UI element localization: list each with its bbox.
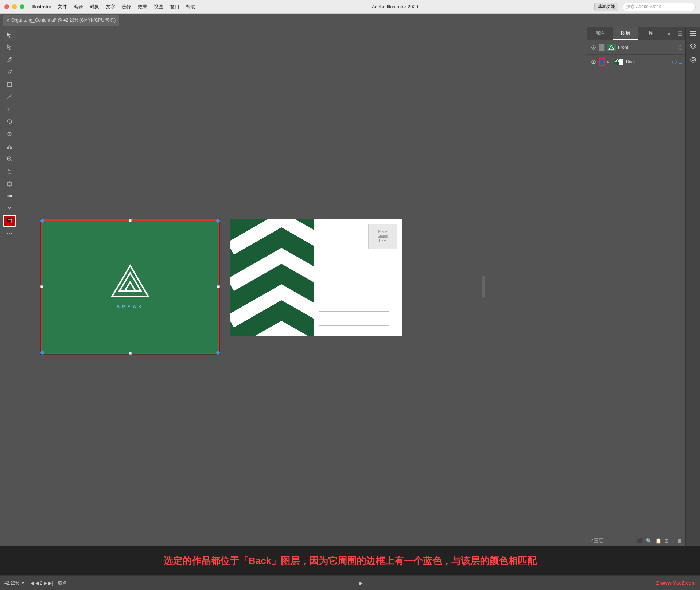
address-line-4 xyxy=(319,325,389,326)
text-tool[interactable]: T xyxy=(3,103,16,115)
artboard-front-content: APEAK xyxy=(42,221,218,353)
menu-view[interactable]: 视图 xyxy=(154,4,163,10)
tab-properties[interactable]: 属性 xyxy=(587,27,613,40)
nav-prev-icon[interactable]: ◀ xyxy=(35,581,39,586)
svg-line-8 xyxy=(8,145,9,147)
pen-tool[interactable] xyxy=(3,54,16,66)
stock-search[interactable]: 搜索 Adobe Stock xyxy=(623,3,696,11)
zoom-dropdown-icon[interactable]: ▼ xyxy=(21,581,25,586)
svg-rect-21 xyxy=(7,218,11,222)
document-tab[interactable]: × Organizing_Content.ai* @ 42.23% (CMYK/… xyxy=(3,15,119,26)
layers-list: Front ▶ Back xyxy=(587,40,685,69)
title-bar-right: 基本功能 搜索 Adobe Stock xyxy=(594,3,696,11)
maximize-button[interactable] xyxy=(20,4,24,9)
menu-file[interactable]: 文件 xyxy=(58,4,67,10)
canvas-area: APEAK xyxy=(19,27,587,546)
macz-logo: Z www.MacZ.com xyxy=(656,580,696,586)
zoom-value: 42.23% xyxy=(4,581,19,586)
panel-menu-icon[interactable]: ☰ xyxy=(674,30,685,37)
svg-text:?: ? xyxy=(8,206,11,211)
hand-tool[interactable] xyxy=(3,165,16,177)
zoom-control[interactable]: 42.23% ▼ xyxy=(4,581,25,586)
direct-selection-tool[interactable] xyxy=(3,42,16,53)
layer-count-label: 2图层 xyxy=(590,538,603,544)
svg-point-38 xyxy=(692,59,694,61)
app-title: Adobe Illustrator 2020 xyxy=(198,4,591,9)
artboard-back-left xyxy=(230,219,314,336)
title-bar: Illustrator 文件 编辑 对象 文字 选择 效果 视图 窗口 帮助 A… xyxy=(0,0,700,14)
scissors-tool[interactable] xyxy=(3,141,16,152)
svg-point-37 xyxy=(691,57,696,62)
tab-layers[interactable]: 图层 xyxy=(613,27,638,40)
fill-indicator[interactable] xyxy=(3,215,16,227)
scrollbar[interactable] xyxy=(482,276,485,298)
tab-close[interactable]: × xyxy=(7,18,9,23)
menu-illustrator[interactable]: Illustrator xyxy=(32,4,51,9)
delete-layer-icon[interactable]: 🗑 xyxy=(677,538,682,544)
layer-visibility-front[interactable] xyxy=(590,44,597,51)
gradient-tool[interactable] xyxy=(3,190,16,202)
menu-select[interactable]: 选择 xyxy=(122,4,131,10)
locate-object-icon[interactable]: 🔍 xyxy=(646,538,652,544)
page-number: 2 xyxy=(40,581,43,586)
status-action: 选择 xyxy=(58,580,66,586)
layer-item-front[interactable]: Front xyxy=(587,40,685,55)
traffic-lights xyxy=(4,4,24,9)
layers-panel-icon[interactable] xyxy=(689,43,697,52)
zoom-tool[interactable] xyxy=(3,153,16,165)
more-tools[interactable]: ⋯ xyxy=(3,227,16,239)
close-button[interactable] xyxy=(4,4,9,9)
address-lines xyxy=(319,249,397,332)
nav-last-icon[interactable]: ▶| xyxy=(48,581,53,586)
layer-expand-arrow[interactable]: ▶ xyxy=(607,60,613,64)
workspace-button[interactable]: 基本功能 xyxy=(594,3,618,11)
apeak-logo: APEAK xyxy=(108,264,152,309)
page-navigation[interactable]: |◀ ◀ 2 ▶ ▶| xyxy=(30,581,53,586)
chevron-pattern-svg xyxy=(230,219,314,336)
minimize-button[interactable] xyxy=(12,4,17,9)
artboard-tool[interactable] xyxy=(3,178,16,189)
artboard-front[interactable]: APEAK xyxy=(41,219,219,354)
menu-object[interactable]: 对象 xyxy=(90,4,99,10)
rectangle-tool[interactable] xyxy=(3,79,16,90)
line-tool[interactable] xyxy=(3,91,16,103)
svg-rect-1 xyxy=(7,83,12,86)
layer-name-back: Back xyxy=(626,59,670,65)
nav-first-icon[interactable]: |◀ xyxy=(30,581,34,586)
rotate-tool[interactable] xyxy=(3,116,16,128)
menu-help[interactable]: 帮助 xyxy=(186,4,195,10)
nav-next-icon[interactable]: ▶ xyxy=(44,581,47,586)
layer-visibility-back[interactable] xyxy=(590,59,597,65)
svg-point-30 xyxy=(593,61,594,63)
stamp-placeholder: Place Stamp Here xyxy=(368,224,397,249)
menu-text[interactable]: 文字 xyxy=(106,4,115,10)
layer-thumb-front xyxy=(607,44,616,51)
pencil-tool[interactable] xyxy=(3,66,16,78)
svg-line-2 xyxy=(7,95,12,99)
tab-libraries[interactable]: 库 xyxy=(638,27,664,40)
collect-icon[interactable]: 📋 xyxy=(655,538,661,544)
tab-bar: × Organizing_Content.ai* @ 42.23% (CMYK/… xyxy=(0,14,700,27)
merge-icon[interactable]: ⊞ xyxy=(664,538,669,544)
svg-point-26 xyxy=(593,47,594,48)
layer-thumb-back xyxy=(615,59,624,65)
play-icon[interactable]: ▶ xyxy=(359,581,363,586)
address-line-1 xyxy=(319,311,389,312)
menu-bar: Illustrator 文件 编辑 对象 文字 选择 效果 视图 窗口 帮助 xyxy=(32,4,195,10)
properties-panel-icon[interactable] xyxy=(689,30,697,39)
panel-expand-icon[interactable]: » xyxy=(664,30,674,37)
panel-tab-bar: 属性 图层 库 » ☰ xyxy=(587,27,685,40)
menu-effect[interactable]: 效果 xyxy=(138,4,147,10)
libraries-panel-icon[interactable] xyxy=(689,56,697,65)
menu-window[interactable]: 窗口 xyxy=(170,4,179,10)
reflect-tool[interactable] xyxy=(3,128,16,140)
svg-rect-32 xyxy=(619,59,623,65)
menu-edit[interactable]: 编辑 xyxy=(74,4,83,10)
artboard-back[interactable]: Place Stamp Here xyxy=(230,219,402,336)
layer-item-back[interactable]: ▶ Back xyxy=(587,55,685,69)
make-layer-icon[interactable]: ⬛ xyxy=(637,538,643,544)
selection-tool[interactable] xyxy=(3,29,16,41)
svg-point-6 xyxy=(7,147,9,149)
question-mark-tool[interactable]: ? xyxy=(3,203,16,214)
add-layer-icon[interactable]: + xyxy=(672,538,674,544)
